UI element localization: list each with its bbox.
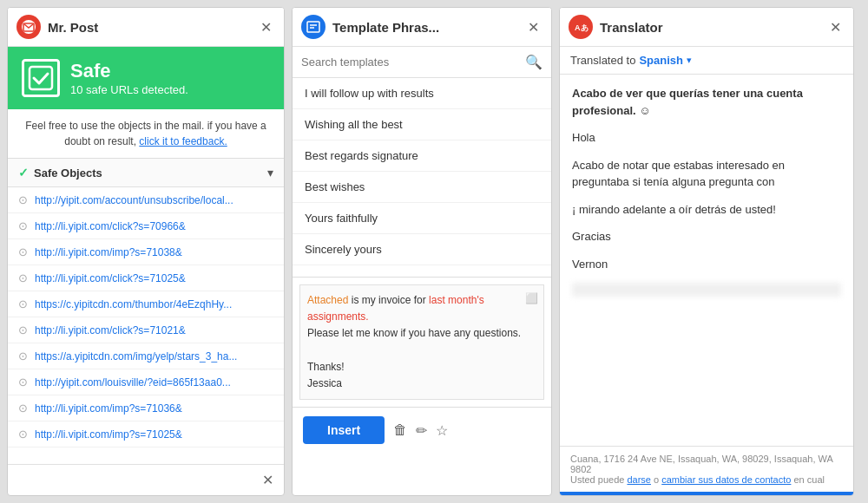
feedback-area: Feel free to use the objects in the mail… (8, 109, 284, 159)
safe-subtitle: 10 safe URLs detected. (70, 83, 188, 96)
translator-logo: A あ (569, 15, 593, 39)
template-title: Template Phras... (332, 20, 524, 35)
list-item[interactable]: ⊙ http://li.yipit.com/click?s=71025& (8, 265, 284, 291)
translator-para-3: ¡ mirando adelante a oír detrás de usted… (572, 201, 841, 219)
link-icon: ⊙ (18, 349, 28, 363)
translator-content: Acabo de ver que querías tener una cuent… (560, 75, 853, 446)
expand-icon: ⬜ (525, 291, 538, 307)
preview-box: ⬜ Attached is my invoice for last month'… (299, 284, 544, 400)
template-item-wishing[interactable]: Wishing all the best (293, 109, 551, 140)
list-item[interactable]: ⊙ http://yipit.com/account/unsubscribe/l… (8, 187, 284, 213)
translator-para-gracias: Gracias (572, 228, 841, 245)
search-icon: 🔍 (525, 54, 542, 70)
translator-title: Translator (600, 20, 826, 35)
template-actions: Insert 🗑 ✏ ☆ (293, 408, 551, 453)
link-icon: ⊙ (18, 219, 28, 232)
list-item[interactable]: ⊙ http://li.yipit.com/click?s=71021& (8, 317, 284, 343)
template-item-best-regards[interactable]: Best regards signature (293, 140, 551, 172)
template-list: I will follow up with results Wishing al… (293, 78, 551, 278)
mrpost-logo (16, 15, 41, 39)
blurred-content (572, 283, 841, 297)
link-icon: ⊙ (18, 193, 28, 206)
insert-button[interactable]: Insert (303, 416, 385, 444)
mrpost-close-button[interactable]: ✕ (257, 19, 275, 36)
translator-intro: Acabo de ver que querías tener una cuent… (572, 85, 841, 119)
link-icon: ⊙ (18, 245, 28, 258)
list-item[interactable]: ⊙ https://a.yipitcdn.com/img/yelp/stars_… (8, 343, 284, 369)
template-panel: Template Phras... ✕ 🔍 I will follow up w… (292, 7, 552, 496)
template-header: Template Phras... ✕ (293, 8, 551, 47)
translator-header: A あ Translator ✕ (560, 8, 853, 47)
mrpost-header: Mr. Post ✕ (8, 8, 284, 47)
translator-close-button[interactable]: ✕ (826, 19, 845, 36)
link-icon: ⊙ (18, 297, 28, 310)
translator-panel: A あ Translator ✕ Translated to Spanish ▾… (559, 7, 854, 496)
language-chevron-icon[interactable]: ▾ (687, 55, 692, 66)
preview-attached: Attached (307, 294, 348, 306)
unsubscribe-link[interactable]: darse (627, 474, 651, 485)
link-icon: ⊙ (18, 271, 28, 284)
delete-button[interactable]: ✕ (262, 472, 273, 488)
checkmark-green-icon: ✓ (18, 166, 29, 180)
safe-objects-label: ✓ Safe Objects (18, 166, 102, 180)
star-template-button[interactable]: ☆ (436, 422, 448, 439)
svg-text:あ: あ (581, 23, 589, 32)
svg-rect-3 (307, 22, 319, 32)
link-icon: ⊙ (18, 402, 28, 415)
list-item[interactable]: ⊙ http://li.vipit.com/imp?s=71025& (8, 421, 284, 447)
template-preview-area: ⬜ Attached is my invoice for last month'… (293, 278, 551, 408)
template-logo (301, 15, 326, 39)
list-item[interactable]: ⊙ http://li.yipit.com/imp?s=71036& (8, 395, 284, 421)
search-input[interactable] (301, 56, 520, 69)
footer-suffix: en cual (793, 474, 824, 485)
translator-footer: Cuana, 1716 24 Ave NE, Issaquah, WA, 980… (560, 446, 853, 492)
mrpost-footer: ✕ (8, 464, 284, 495)
list-item[interactable]: ⊙ http://li.yipit.com/imp?s=71038& (8, 239, 284, 265)
safe-title: Safe (70, 60, 188, 82)
change-contact-link[interactable]: cambiar sus datos de contacto (661, 474, 791, 485)
link-icon: ⊙ (18, 323, 28, 336)
safe-banner: Safe 10 safe URLs detected. (8, 47, 284, 109)
list-item[interactable]: ⊙ http://li.yipit.com/click?s=70966& (8, 213, 284, 239)
template-item-best-wishes[interactable]: Best wishes (293, 172, 551, 203)
list-item[interactable]: ⊙ http://yipit.com/louisville/?eid=865f1… (8, 369, 284, 395)
safe-objects-header: ✓ Safe Objects ▾ (8, 159, 284, 187)
link-icon: ⊙ (18, 428, 28, 441)
template-item-follow-up[interactable]: I will follow up with results (293, 78, 551, 109)
mrpost-panel: Mr. Post ✕ Safe 10 safe URLs detected. F… (7, 7, 285, 496)
template-close-button[interactable]: ✕ (524, 19, 542, 36)
bottom-bar (560, 492, 853, 495)
footer-text: Cuana, 1716 24 Ave NE, Issaquah, WA, 980… (570, 454, 832, 474)
link-icon: ⊙ (18, 376, 28, 389)
template-item-yours-faithfully[interactable]: Yours faithfully (293, 203, 551, 234)
template-item-kind-regards[interactable]: Kind regards (293, 265, 551, 278)
translator-para-vernon: Vernon (572, 256, 841, 273)
translator-lang-bar: Translated to Spanish ▾ (560, 47, 853, 75)
translator-para-hola: Hola (572, 129, 841, 147)
translated-to-label: Translated to (570, 54, 635, 67)
safe-check-icon (22, 59, 60, 97)
chevron-down-icon[interactable]: ▾ (267, 166, 273, 180)
edit-template-button[interactable]: ✏ (416, 422, 427, 439)
language-name[interactable]: Spanish (639, 54, 683, 67)
mrpost-title: Mr. Post (48, 20, 257, 35)
list-item[interactable]: ⊙ https://c.yipitcdn.com/thumbor/4eEzqhH… (8, 291, 284, 317)
safe-text-block: Safe 10 safe URLs detected. (70, 60, 188, 95)
safe-objects-text: Safe Objects (34, 167, 102, 180)
template-item-sincerely[interactable]: Sincerely yours (293, 234, 551, 265)
delete-template-button[interactable]: 🗑 (393, 422, 407, 438)
search-bar: 🔍 (293, 47, 551, 78)
svg-text:A: A (575, 23, 581, 32)
feedback-link[interactable]: click it to feedback. (139, 135, 227, 147)
translator-para-2: Acabo de notar que estabas interesado en… (572, 157, 841, 191)
url-list: ⊙ http://yipit.com/account/unsubscribe/l… (8, 187, 284, 464)
